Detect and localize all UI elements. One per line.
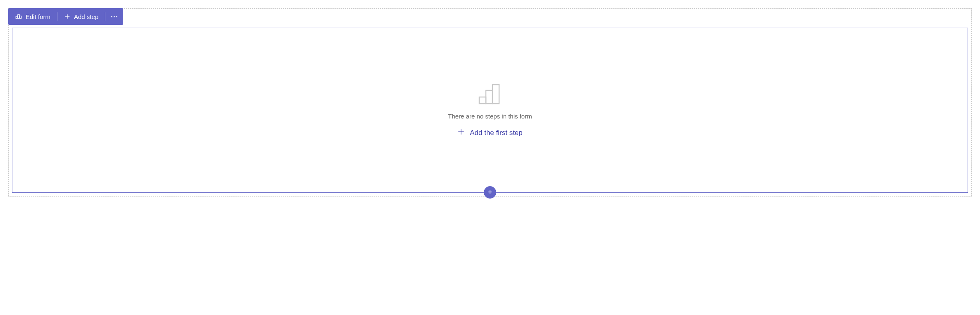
- plus-icon: [64, 13, 71, 20]
- empty-state-message: There are no steps in this form: [448, 113, 532, 120]
- svg-rect-1: [18, 15, 20, 19]
- empty-state: There are no steps in this form Add the …: [448, 83, 532, 137]
- more-icon: [105, 16, 123, 17]
- plus-icon: [487, 189, 493, 197]
- svg-rect-5: [479, 97, 486, 104]
- form-designer-canvas: Edit form Add step: [8, 8, 972, 197]
- add-first-step-label: Add the first step: [470, 129, 523, 137]
- form-steps-area: There are no steps in this form Add the …: [12, 28, 968, 193]
- add-first-step-button[interactable]: Add the first step: [457, 128, 523, 137]
- svg-rect-2: [19, 16, 21, 19]
- steps-empty-icon: [478, 83, 502, 108]
- edit-form-button[interactable]: Edit form: [8, 8, 57, 25]
- add-step-label: Add step: [74, 13, 98, 20]
- edit-form-label: Edit form: [26, 13, 50, 20]
- plus-icon: [457, 128, 465, 137]
- add-section-button[interactable]: [484, 186, 496, 199]
- svg-rect-0: [16, 17, 18, 19]
- svg-rect-6: [486, 90, 492, 104]
- more-actions-button[interactable]: [105, 8, 123, 25]
- form-toolbar: Edit form Add step: [8, 8, 123, 25]
- add-step-button[interactable]: Add step: [57, 8, 105, 25]
- form-steps-icon: [15, 13, 22, 20]
- svg-rect-7: [492, 85, 499, 104]
